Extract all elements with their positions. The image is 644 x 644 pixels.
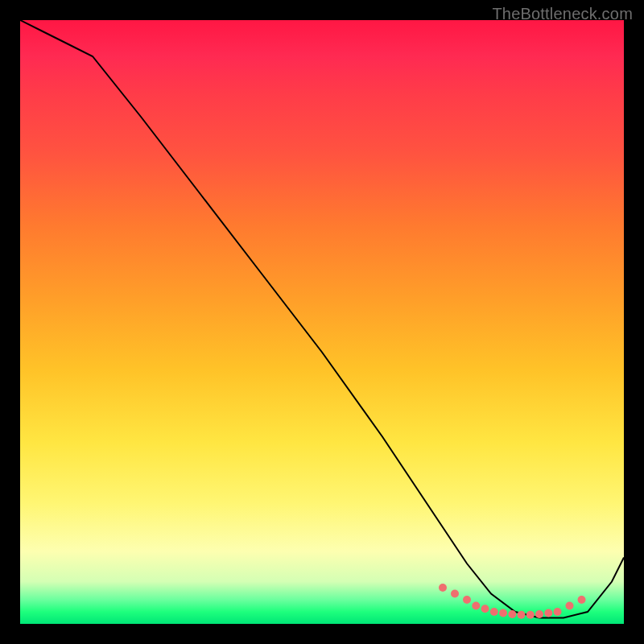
curve-svg [20,20,624,624]
watermark-text: TheBottleneck.com [492,5,633,23]
valley-dot [566,602,574,610]
valley-dot [544,609,552,617]
valley-dot [526,611,535,619]
valley-dot [554,608,562,616]
valley-dot [518,611,526,619]
valley-dot [463,596,471,604]
valley-dot [439,584,447,592]
plot-area [20,20,624,624]
valley-dot [499,609,507,617]
valley-dot [490,608,498,616]
valley-dot [535,610,543,618]
bottleneck-curve [20,20,624,618]
valley-dot [578,596,586,604]
chart-container: TheBottleneck.com [0,0,644,644]
valley-dot [472,602,480,610]
valley-dot [508,610,516,618]
valley-dot [481,605,489,613]
valley-dot [451,590,459,598]
valley-markers [439,584,586,619]
